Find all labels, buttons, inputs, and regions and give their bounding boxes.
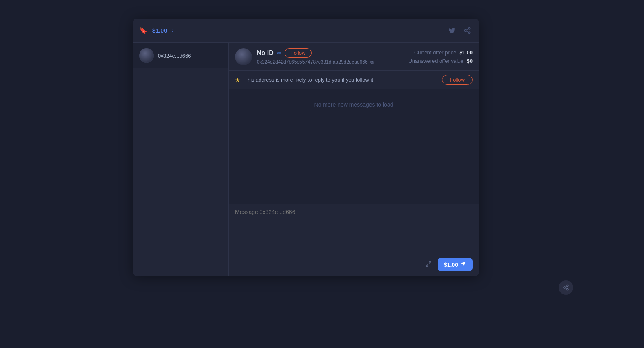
follow-button-header[interactable]: Follow xyxy=(285,48,312,58)
svg-line-6 xyxy=(426,264,428,266)
chat-header: No ID ✏ Follow 0x324e2d42d7b65e5574787c3… xyxy=(229,43,479,71)
twitter-icon-button[interactable] xyxy=(447,25,457,36)
svg-point-0 xyxy=(468,27,470,29)
follow-notice: ★ This address is more likely to reply t… xyxy=(229,71,479,89)
follow-button-notice[interactable]: Follow xyxy=(442,75,473,85)
unanswered-offer-value: $0 xyxy=(467,58,473,64)
svg-line-10 xyxy=(565,288,567,289)
edit-icon[interactable]: ✏ xyxy=(277,50,281,56)
unanswered-offer-label: Unanswered offer value xyxy=(408,58,463,64)
svg-line-3 xyxy=(466,31,468,32)
main-container: 🔖 $1.00 › xyxy=(0,0,644,348)
bottom-share-area xyxy=(559,280,573,295)
svg-point-8 xyxy=(564,287,565,288)
send-button[interactable]: $1.00 xyxy=(438,258,473,271)
svg-point-9 xyxy=(567,289,568,290)
follow-notice-text: This address is more likely to reply to … xyxy=(244,77,438,83)
share-icon xyxy=(464,27,471,34)
toolbar-price: $1.00 xyxy=(152,27,167,34)
message-textarea[interactable] xyxy=(235,209,473,255)
no-messages-text: No more new messages to load xyxy=(229,89,479,204)
svg-point-1 xyxy=(464,29,466,31)
empty-message-label: No more new messages to load xyxy=(314,101,394,108)
contact-address: 0x324e...d666 xyxy=(158,53,191,59)
svg-line-4 xyxy=(466,29,468,30)
share-icon-button[interactable] xyxy=(462,25,473,36)
toolbar: 🔖 $1.00 › xyxy=(133,19,479,43)
star-icon: ★ xyxy=(235,77,240,83)
contacts-panel: 0x324e...d666 xyxy=(133,43,229,276)
content-area: 0x324e...d666 No ID ✏ Follow 0x32 xyxy=(133,43,479,276)
chat-identity: No ID ✏ Follow 0x324e2d42d7b65e5574787c3… xyxy=(257,48,374,65)
bottom-share-icon xyxy=(563,284,569,291)
svg-line-11 xyxy=(565,286,567,287)
unanswered-offer-row: Unanswered offer value $0 xyxy=(408,58,473,64)
chat-full-address: 0x324e2d42d7b65e5574787c331dfaa29d2dead6… xyxy=(257,59,368,65)
expand-icon xyxy=(425,261,432,267)
message-input-area: $1.00 xyxy=(229,204,479,276)
avatar xyxy=(139,48,154,63)
chat-name: No ID xyxy=(257,49,274,57)
copy-icon[interactable]: ⧉ xyxy=(370,60,374,65)
send-price: $1.00 xyxy=(444,262,458,268)
app-panel: 🔖 $1.00 › xyxy=(133,19,479,276)
contact-item[interactable]: 0x324e...d666 xyxy=(133,43,228,68)
bookmark-icon: 🔖 xyxy=(139,27,147,34)
message-input-footer: $1.00 xyxy=(235,258,473,271)
offer-info: Current offer price $1.00 Unanswered off… xyxy=(408,49,473,64)
toolbar-arrow: › xyxy=(172,27,174,33)
bottom-share-button[interactable] xyxy=(559,280,573,295)
current-offer-label: Current offer price xyxy=(414,49,456,56)
chat-messages: ★ This address is more likely to reply t… xyxy=(229,71,479,204)
current-offer-value: $1.00 xyxy=(459,49,473,56)
chat-panel: No ID ✏ Follow 0x324e2d42d7b65e5574787c3… xyxy=(229,43,479,276)
current-offer-row: Current offer price $1.00 xyxy=(414,49,473,56)
send-icon xyxy=(460,261,466,268)
chat-avatar xyxy=(235,48,252,65)
chat-name-row: No ID ✏ Follow xyxy=(257,48,374,58)
svg-point-7 xyxy=(567,285,568,286)
twitter-icon xyxy=(448,27,456,34)
chat-address-row: 0x324e2d42d7b65e5574787c331dfaa29d2dead6… xyxy=(257,59,374,65)
avatar-image xyxy=(139,48,154,63)
svg-line-5 xyxy=(429,262,431,264)
expand-icon-button[interactable] xyxy=(424,259,433,270)
svg-point-2 xyxy=(468,32,470,34)
